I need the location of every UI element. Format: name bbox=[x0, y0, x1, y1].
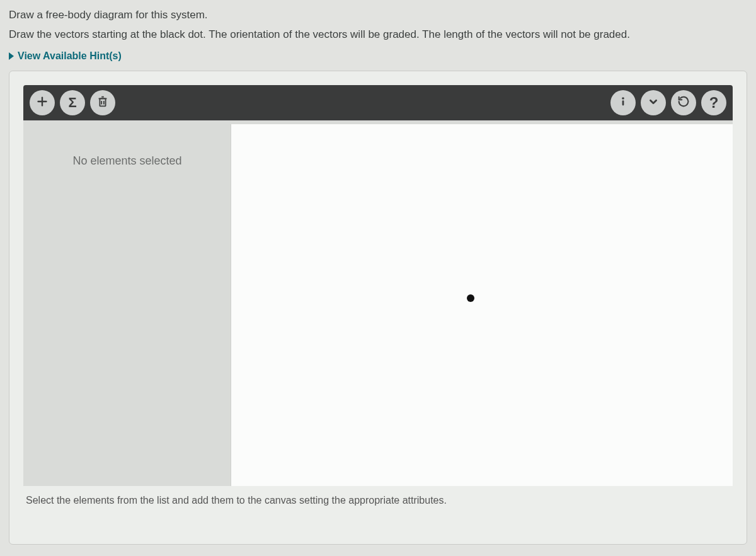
view-hints-toggle[interactable]: View Available Hint(s) bbox=[9, 50, 122, 62]
trash-icon bbox=[96, 95, 110, 111]
instruction-line-1: Draw a free-body diagram for this system… bbox=[9, 6, 747, 23]
chevron-down-icon bbox=[646, 95, 660, 111]
delete-button[interactable] bbox=[90, 90, 115, 115]
workspace: No elements selected bbox=[23, 120, 733, 486]
footer-hint: Select the elements from the list and ad… bbox=[23, 486, 733, 511]
svg-rect-8 bbox=[622, 101, 624, 106]
toolbar-right-group: ? bbox=[610, 90, 726, 115]
svg-rect-2 bbox=[100, 99, 105, 107]
reset-icon bbox=[677, 95, 690, 111]
view-hints-label: View Available Hint(s) bbox=[18, 50, 122, 62]
add-vector-button[interactable] bbox=[30, 90, 55, 115]
info-icon bbox=[616, 95, 630, 111]
vector-applet-frame: Σ bbox=[9, 71, 747, 545]
selection-status-text: No elements selected bbox=[23, 154, 231, 168]
sum-vectors-button[interactable]: Σ bbox=[60, 90, 85, 115]
svg-point-7 bbox=[622, 98, 624, 100]
info-button[interactable] bbox=[610, 90, 636, 115]
chevron-right-icon bbox=[9, 52, 14, 60]
applet-toolbar: Σ bbox=[23, 85, 733, 120]
help-button[interactable]: ? bbox=[701, 90, 726, 115]
instruction-line-2: Draw the vectors starting at the black d… bbox=[9, 26, 747, 43]
dropdown-button[interactable] bbox=[641, 90, 666, 115]
drawing-canvas[interactable] bbox=[231, 124, 733, 486]
reset-button[interactable] bbox=[671, 90, 696, 115]
selection-panel: No elements selected bbox=[23, 120, 231, 486]
origin-dot[interactable] bbox=[467, 294, 474, 302]
toolbar-left-group: Σ bbox=[30, 90, 115, 115]
plus-icon bbox=[35, 95, 49, 111]
help-icon: ? bbox=[709, 94, 719, 112]
sigma-icon: Σ bbox=[68, 95, 76, 111]
